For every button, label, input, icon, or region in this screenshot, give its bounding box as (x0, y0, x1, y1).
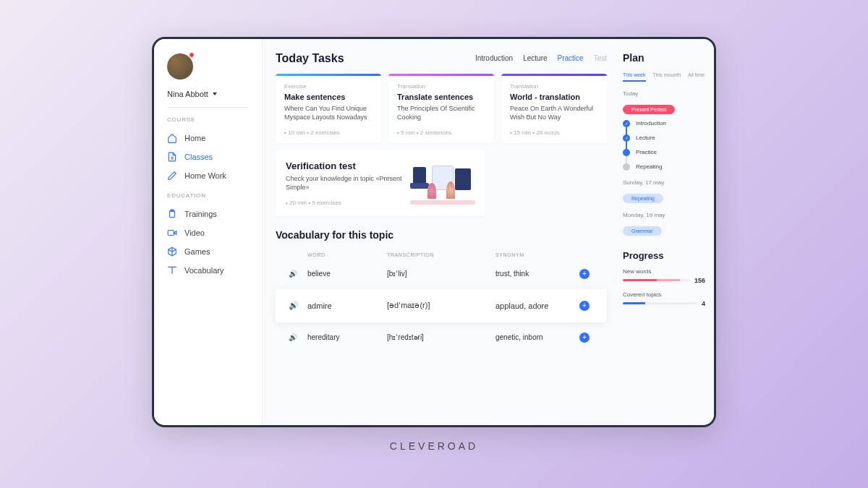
topic-badge[interactable]: Present Perfect (623, 105, 675, 114)
nav-video[interactable]: Video (167, 223, 262, 242)
section-label-education: EDUCATION (167, 192, 262, 199)
timeline-step[interactable]: ✓ Lecture (623, 134, 705, 142)
main-tabs: Introduction Lecture Practice Test (475, 54, 607, 62)
add-button[interactable]: + (579, 333, 590, 343)
topic-badge[interactable]: Grammar (623, 226, 662, 236)
timeline-step[interactable]: Repeating (623, 163, 705, 171)
card-title: World - translation (510, 93, 598, 101)
progress-title: Progress (623, 250, 705, 261)
vocab-title: Vocabulary for this topic (276, 229, 607, 241)
stat-value: 4 (702, 300, 705, 307)
username-label: Nina Abbott (167, 90, 208, 98)
pencil-icon (167, 171, 177, 181)
plan-tab-month[interactable]: This mounth (653, 72, 681, 82)
plan-day-label: Sunday, 17 may (623, 179, 705, 186)
card-type: Translation (510, 83, 598, 90)
verify-meta: • 20 min • 5 exercises (286, 200, 410, 206)
svg-rect-1 (168, 230, 174, 235)
card-desc: Where Can You Find Unique Myspace Layout… (284, 104, 373, 122)
topic-badge[interactable]: Repeating (623, 194, 663, 203)
plan-tab-all[interactable]: All time (688, 72, 705, 82)
nav-homework[interactable]: Home Work (167, 166, 262, 185)
status-dot-icon (189, 52, 195, 58)
card-meta: • 15 min • 28 words (510, 129, 598, 136)
vocab-row-active[interactable]: 🔊 admire [ədˈmaɪə(r)] applaud, adore + (276, 289, 607, 322)
sound-icon[interactable]: 🔊 (289, 301, 299, 309)
timeline-step[interactable]: Practice (623, 149, 705, 156)
card-desc: Peace On Earth A Wonderful Wish But No W… (510, 104, 598, 122)
card-type: Translation (397, 83, 485, 90)
header-synonym: SYNONYM (495, 252, 594, 257)
plan-day-label: Today (623, 90, 705, 97)
clipboard-icon (167, 209, 177, 219)
main-content: Today Tasks Introduction Lecture Practic… (263, 39, 620, 425)
page-title: Today Tasks (276, 52, 344, 65)
vocab-header: WORD TRANSCRIPTION SYNONYM (276, 248, 607, 262)
timeline-step[interactable]: ✓ Introduction (623, 120, 705, 127)
illustration-icon (410, 161, 475, 205)
nav-home[interactable]: Home (167, 129, 262, 147)
nav-games[interactable]: Games (167, 242, 262, 261)
card-meta: • 5 min • 2 sentences (397, 129, 485, 136)
caret-down-icon (213, 93, 217, 95)
header-word: WORD (307, 252, 387, 257)
task-card-translate[interactable]: Translation Translate sentences The Prin… (388, 74, 494, 143)
stat-label: New words (623, 268, 705, 275)
nav-trainings[interactable]: Trainings (167, 205, 262, 223)
add-button[interactable]: + (579, 269, 590, 279)
nav-vocabulary[interactable]: Vocabulary (167, 261, 262, 280)
tab-practice[interactable]: Practice (558, 54, 584, 62)
plan-title: Plan (623, 52, 705, 64)
task-card-exercise[interactable]: Exercise Make sentences Where Can You Fi… (276, 74, 381, 143)
plan-day-label: Monday, 19 may (623, 212, 705, 218)
document-icon (167, 152, 177, 162)
header-transcription: TRANSCRIPTION (387, 252, 495, 257)
plan-tab-week[interactable]: This week (623, 72, 646, 82)
nav-classes[interactable]: Classes (167, 147, 262, 166)
card-title: Translate sentences (397, 93, 485, 101)
vocab-row[interactable]: 🔊 believe [bɪˈliv] trust, think + (276, 262, 607, 286)
stat-value: 156 (694, 277, 705, 284)
tab-test[interactable]: Test (594, 54, 607, 62)
username-dropdown[interactable]: Nina Abbott (167, 90, 262, 98)
sound-icon[interactable]: 🔊 (289, 270, 297, 278)
tab-lecture[interactable]: Lecture (523, 54, 547, 62)
verification-card[interactable]: Verification test Check your knowledge i… (276, 150, 485, 216)
vocab-row[interactable]: 🔊 hereditary [hɪˈredɪtəri] genetic, inbo… (276, 325, 607, 350)
book-icon (167, 265, 177, 275)
check-icon: ✓ (625, 135, 629, 140)
card-meta: • 10 min • 2 exercises (284, 129, 373, 136)
cube-icon (167, 247, 177, 257)
app-window: Nina Abbott COURSE Home Classes Home Wor… (152, 37, 716, 427)
section-label-course: COURSE (167, 116, 262, 123)
rightbar: Plan This week This mounth All time Toda… (620, 39, 714, 425)
sidebar: Nina Abbott COURSE Home Classes Home Wor… (154, 39, 263, 425)
verify-title: Verification test (286, 160, 410, 171)
sound-icon[interactable]: 🔊 (289, 333, 297, 341)
task-card-world[interactable]: Translation World - translation Peace On… (501, 74, 607, 143)
card-title: Make sentences (284, 93, 373, 101)
card-type: Exercise (284, 83, 373, 90)
avatar[interactable] (167, 53, 193, 80)
verify-desc: Check your knowledge in topic «Present S… (286, 174, 410, 192)
card-desc: The Principles Of Scientific Cooking (397, 104, 485, 122)
add-button[interactable]: + (579, 301, 590, 311)
tab-introduction[interactable]: Introduction (475, 54, 513, 62)
home-icon (167, 133, 177, 143)
divider (167, 107, 249, 108)
check-icon: ✓ (625, 121, 629, 126)
stat-label: Covered topics (623, 291, 705, 298)
video-icon (167, 228, 177, 238)
brand-label: CLEVEROAD (390, 440, 478, 452)
